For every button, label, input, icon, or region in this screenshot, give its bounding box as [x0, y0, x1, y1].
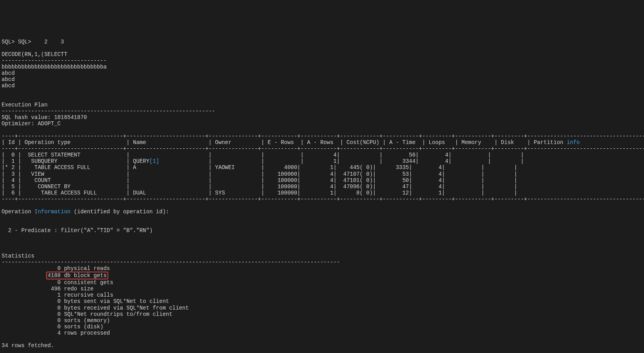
optimizer: Optimizer: ADOPT_C [2, 121, 61, 127]
stat-roundtrips: 0 SQL*Net roundtrips to/from client [2, 311, 172, 317]
plan-row: | 1 | SUBQUERY | QUERY[1] | | | 1| | 334… [2, 158, 644, 164]
operation-info-title: Operation Information (identified by ope… [2, 209, 169, 215]
col-erows: | E - Rows [261, 139, 301, 146]
col-arows: | A - Rows [301, 139, 340, 146]
plan-table-border: ----+--------------------------------+--… [2, 196, 644, 202]
plan-rows: | 0 | SELECT STATEMENT | | | | 4| | 56| … [2, 152, 644, 196]
execution-plan-separator: ----------------------------------------… [2, 108, 215, 114]
result-row: bbbbbbbbbbbbbbbbbbbbbbbbbbbbbbba [2, 64, 107, 70]
predicate-info: 2 - Predicate : filter("A"."TID" = "B"."… [2, 227, 152, 234]
stat-bytes-received: 0 bytes received via SQL*Net from client [2, 305, 189, 311]
col-atime: | A - Time [383, 139, 422, 146]
opinfo-post: (identified by operation id): [70, 209, 169, 215]
opinfo-word: Information [34, 209, 70, 215]
plan-row: | 6 | TABLE ACCESS FULL | DUAL | SYS | 1… [2, 190, 644, 196]
col-partition-tail: | [580, 139, 644, 146]
plan-table-border: ----+--------------------------------+--… [2, 133, 644, 139]
stat-sorts-memory: 0 sorts (memory) [2, 317, 110, 324]
execution-plan-title: Execution Plan [2, 102, 48, 108]
decode-separator: -------------------------------- [2, 58, 107, 64]
col-loops: | Loops [422, 139, 455, 146]
col-cost: | Cost(%CPU) [340, 139, 382, 146]
opinfo-pre: Operation [2, 209, 34, 215]
stat-db-block-gets-line: 4188 db block gets [2, 272, 108, 279]
plan-row: | 0 | SELECT STATEMENT | | | | 4| | 56| … [2, 152, 644, 158]
stat-consistent-gets: 0 consistent gets [2, 279, 113, 286]
sql-prompt: SQL> SQL> 2 3 [2, 39, 64, 45]
plan-row: |* 2 | TABLE ACCESS FULL | A | YAOWEI | … [2, 164, 644, 171]
col-owner: | Owner [208, 139, 261, 146]
col-operation: | Operation type [18, 139, 126, 146]
plan-table-header: | Id | Operation type | Name | Owner | E… [2, 139, 644, 146]
col-partition-pre: | Partition [527, 139, 567, 146]
result-row: abcd [2, 83, 15, 89]
rows-fetched: 34 rows fetched. [2, 342, 54, 349]
col-name: | Name [126, 139, 208, 146]
stat-bytes-sent: 0 bytes sent via SQL*Net to client [2, 298, 169, 304]
col-memory: | Memory [455, 139, 494, 146]
stat-sorts-disk: 0 sorts (disk) [2, 324, 103, 330]
statistics-separator: ----------------------------------------… [2, 259, 340, 265]
stat-recursive-calls: 1 recursive calls [2, 292, 113, 298]
stat-physical-reads: 0 physical reads [2, 265, 110, 272]
stat-redo-size: 496 redo size [2, 286, 93, 292]
result-row: abcd [2, 76, 15, 83]
col-id: | Id [2, 139, 18, 146]
stat-rows-processed: 4 rows processed [2, 330, 110, 336]
col-disk: | Disk [494, 139, 527, 146]
statistics-title: Statistics [2, 253, 34, 259]
stat-db-block-gets: 4188 db block gets [48, 272, 107, 279]
db-block-gets-highlight: 4188 db block gets [46, 272, 108, 279]
result-row: abcd [2, 70, 15, 76]
hash-value: SQL hash value: 1816541870 [2, 114, 87, 121]
plan-row: | 4 | COUNT | | | 100000| 4| 47101( 0)| … [2, 177, 644, 184]
plan-table-border: ----+--------------------------------+--… [2, 146, 644, 152]
plan-row: | 3 | VIEW | | | 100000| 4| 47107( 0)| 5… [2, 171, 644, 177]
plan-row: | 5 | CONNECT BY | | | 100000| 4| 47096(… [2, 184, 644, 190]
col-partition-info: info [567, 139, 580, 146]
terminal-output: SQL> SQL> 2 3 DECODE(RN,1,(SELECTT -----… [0, 31, 644, 353]
decode-header: DECODE(RN,1,(SELECTT [2, 51, 67, 58]
stat-db-block-gets-indent [2, 272, 48, 279]
